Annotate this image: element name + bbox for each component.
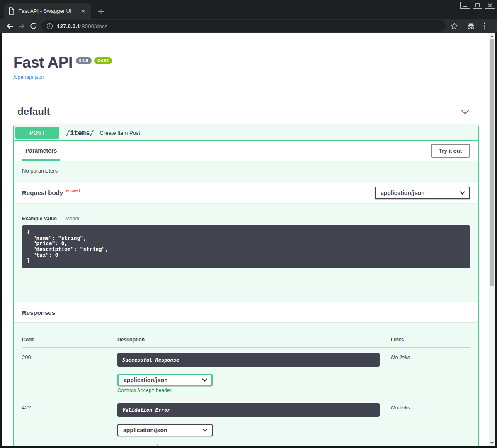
accept-header-note: Controls Accept header. <box>117 387 391 393</box>
response-row-200: 200 Successful Response application/json… <box>22 348 470 393</box>
response-content-type-value: application/json <box>123 427 167 433</box>
openapi-spec-link[interactable]: /openapi.json <box>13 74 44 80</box>
browser-toolbar: 127.0.0.1:8000/docs <box>0 19 497 33</box>
response-row-422: 422 Validation Error application/json Ex… <box>22 398 470 446</box>
maximize-button[interactable] <box>473 2 482 9</box>
chevron-down-icon <box>202 429 208 432</box>
required-flag: required <box>65 188 80 193</box>
responses-table-head: Code Description Links <box>22 337 470 348</box>
new-tab-icon[interactable] <box>95 6 106 17</box>
tab-divider <box>157 444 158 446</box>
column-links: Links <box>391 337 470 343</box>
browser-menu-icon[interactable] <box>484 22 485 30</box>
toolbar-actions <box>451 22 485 30</box>
close-button[interactable] <box>485 2 495 9</box>
spacer <box>14 268 478 302</box>
forward-icon[interactable] <box>16 20 27 32</box>
response-description: Successful Response <box>117 353 380 367</box>
endpoint-path: /items/ <box>66 129 94 137</box>
url-text[interactable]: 127.0.0.1:8000/docs <box>57 22 107 30</box>
tab-example-value[interactable]: Example Value <box>118 445 153 446</box>
tag-section-header[interactable]: default <box>13 103 479 122</box>
back-icon[interactable] <box>4 20 16 32</box>
bookmark-star-icon[interactable] <box>451 22 458 30</box>
response-code: 200 <box>22 353 117 393</box>
page-viewport: Fast API0.1.0OAS3 /openapi.json default … <box>2 33 495 446</box>
response-description-cell: Validation Error application/json Exampl… <box>117 403 391 446</box>
reload-icon[interactable] <box>27 20 39 32</box>
scroll-up-icon[interactable] <box>489 33 495 39</box>
incognito-icon <box>466 22 475 30</box>
scrollbar-thumb[interactable] <box>490 39 494 286</box>
tab-model[interactable]: Model <box>65 216 79 222</box>
accept-note-code: Accept <box>137 387 155 393</box>
url-path: :8000/docs <box>80 23 107 29</box>
response-content-type-select-422[interactable]: application/json <box>117 424 213 436</box>
example-model-tabs: Example Value Model <box>22 215 470 222</box>
request-content-type-value: application/json <box>381 190 425 196</box>
api-title: Fast API0.1.0OAS3 <box>13 54 479 71</box>
vertical-scrollbar[interactable] <box>489 33 495 446</box>
parameters-header: Parameters Try it out <box>14 141 478 161</box>
opblock-summary[interactable]: POST /items/ Create Item Post <box>14 125 478 141</box>
request-content-type-select[interactable]: application/json <box>375 187 470 199</box>
address-bar[interactable]: 127.0.0.1:8000/docs <box>41 20 446 32</box>
swagger-ui-page: Fast API0.1.0OAS3 /openapi.json default … <box>2 33 489 446</box>
no-parameters-text: No parameters <box>14 161 478 183</box>
response-content-type-select-200[interactable]: application/json <box>117 374 213 386</box>
site-info-icon[interactable] <box>46 23 53 29</box>
request-body-title: Request body <box>22 189 63 196</box>
tab-example-value[interactable]: Example Value <box>22 216 57 222</box>
url-host: 127.0.0.1 <box>57 23 80 29</box>
chevron-down-icon <box>460 191 465 195</box>
tab-close-icon[interactable] <box>80 7 87 15</box>
http-method-badge[interactable]: POST <box>15 127 59 139</box>
browser-tab[interactable]: Fast API - Swagger UI <box>4 3 91 19</box>
tab-divider <box>61 215 61 222</box>
responses-header: Responses <box>14 302 478 322</box>
oas3-badge: OAS3 <box>94 57 112 64</box>
tag-name: default <box>17 106 50 117</box>
try-it-out-button[interactable]: Try it out <box>431 144 470 158</box>
response-content-type-value: application/json <box>124 377 168 383</box>
page-favicon-icon <box>8 7 15 15</box>
response-code: 422 <box>22 403 117 446</box>
column-code: Code <box>22 337 117 343</box>
window-controls <box>460 2 495 9</box>
request-example-code[interactable]: { "name": "string", "price": 0, "descrip… <box>22 225 470 268</box>
column-description: Description <box>117 337 391 343</box>
tab-model[interactable]: Model <box>162 445 175 446</box>
endpoint-summary: Create Item Post <box>99 130 140 136</box>
response-links: No links <box>391 403 470 446</box>
opblock-post-items: POST /items/ Create Item Post Parameters… <box>13 125 479 446</box>
chevron-down-icon <box>202 378 207 382</box>
accept-note-pre: Controls <box>117 387 137 393</box>
example-model-tabs-422: Example Value Model <box>118 444 391 446</box>
response-links: No links <box>391 353 470 393</box>
responses-table: Code Description Links 200 Successful Re… <box>22 322 470 446</box>
request-body-header: Request bodyrequired application/json <box>14 183 478 203</box>
tab-parameters[interactable]: Parameters <box>22 141 60 161</box>
response-description: Validation Error <box>117 403 380 417</box>
tab-strip: Fast API - Swagger UI <box>0 0 497 19</box>
api-title-text: Fast API <box>13 54 73 71</box>
collapse-chevron-icon[interactable] <box>456 109 474 114</box>
scroll-down-icon[interactable] <box>489 441 495 446</box>
browser-window: Fast API - Swagger UI <box>0 0 497 448</box>
minimize-button[interactable] <box>460 2 470 9</box>
tab-title: Fast API - Swagger UI <box>18 8 76 14</box>
response-description-cell: Successful Response application/json Con… <box>117 353 391 393</box>
version-badge: 0.1.0 <box>76 57 92 64</box>
accept-note-post: header. <box>155 387 172 393</box>
request-body-label: Request bodyrequired <box>22 189 80 197</box>
responses-title: Responses <box>22 309 55 316</box>
